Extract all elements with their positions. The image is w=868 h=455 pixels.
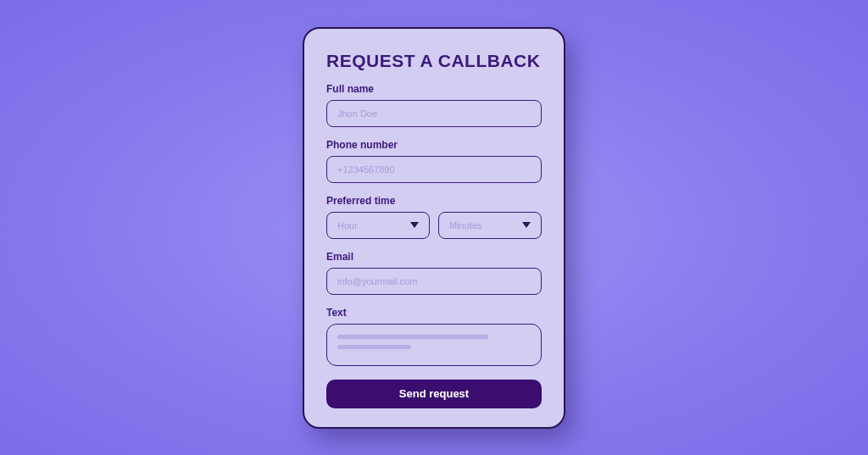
hour-select-text: Hour <box>337 220 358 230</box>
placeholder-line <box>337 335 488 339</box>
full-name-label: Full name <box>326 83 542 95</box>
hour-select[interactable]: Hour <box>326 212 430 239</box>
callback-form-card: REQUEST A CALLBACK Full name Phone numbe… <box>303 27 565 429</box>
placeholder-line <box>337 345 411 349</box>
time-select-row: Hour Minutes <box>326 212 542 239</box>
full-name-group: Full name <box>326 83 542 127</box>
email-label: Email <box>326 251 542 263</box>
phone-group: Phone number <box>326 139 542 183</box>
full-name-input[interactable] <box>326 100 542 127</box>
email-group: Email <box>326 251 542 295</box>
text-group: Text <box>326 307 542 366</box>
send-request-button[interactable]: Send request <box>326 380 542 408</box>
caret-down-icon <box>522 222 531 228</box>
minutes-select-text: Minutes <box>449 220 482 230</box>
email-input[interactable] <box>326 268 542 295</box>
minutes-select[interactable]: Minutes <box>438 212 542 239</box>
text-textarea[interactable] <box>326 324 542 366</box>
text-label: Text <box>326 307 542 319</box>
form-title: REQUEST A CALLBACK <box>326 51 542 71</box>
phone-label: Phone number <box>326 139 542 151</box>
caret-down-icon <box>410 222 419 228</box>
phone-input[interactable] <box>326 156 542 183</box>
preferred-time-label: Preferred time <box>326 195 542 207</box>
preferred-time-group: Preferred time Hour Minutes <box>326 195 542 239</box>
